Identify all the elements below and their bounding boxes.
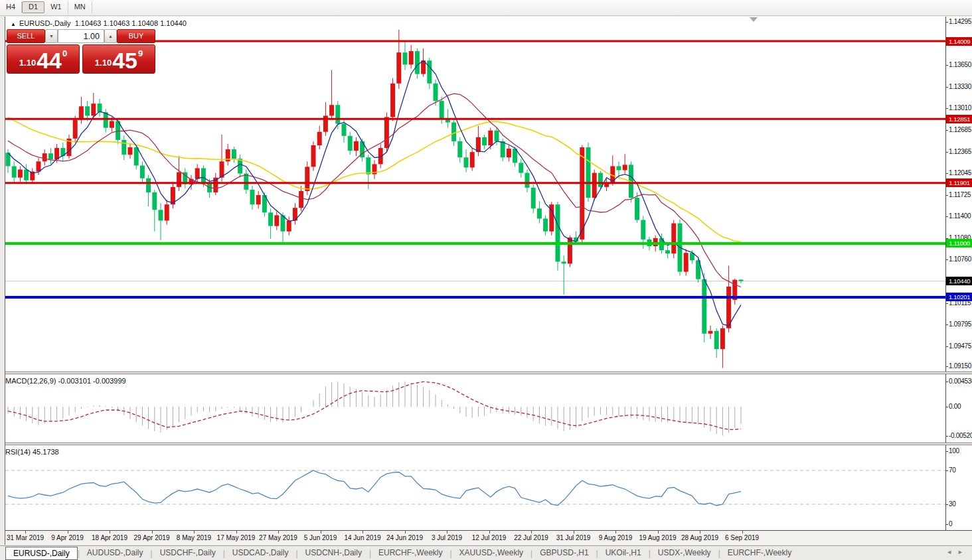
price-tick: 1.11725 xyxy=(946,191,972,199)
price-tick: 1.10760 xyxy=(946,255,972,263)
timeframe-mn-button[interactable]: MN xyxy=(68,1,92,13)
date-tick-mark xyxy=(405,531,406,533)
timeframe-toolbar: H4D1W1MN xyxy=(0,0,972,16)
candle-body xyxy=(562,261,566,263)
date-tick-mark xyxy=(278,531,279,533)
sell-price-point: 0 xyxy=(62,48,67,58)
candle-body xyxy=(739,279,744,281)
macd-tick: 0.00 xyxy=(946,403,972,411)
candle-body xyxy=(580,147,584,240)
macd-label: MACD(12,26,9) -0.003101 -0.003999 xyxy=(5,377,126,385)
macd-value-2: -0.003999 xyxy=(93,377,126,385)
candle-body xyxy=(525,173,530,188)
candle-body xyxy=(714,331,719,349)
rsi-label: RSI(14) 45.1738 xyxy=(5,448,59,456)
price-tick: 1.13010 xyxy=(946,104,972,112)
candle-body xyxy=(519,163,523,173)
rsi-tick: 70 xyxy=(946,466,972,474)
rsi-tick: 30 xyxy=(946,500,972,508)
macd-tick: -0.005205 xyxy=(946,432,972,440)
candle-body xyxy=(470,152,475,167)
rsi-panel[interactable] xyxy=(5,445,945,530)
price-tick: 1.09150 xyxy=(946,362,972,370)
macd-panel[interactable] xyxy=(5,374,945,443)
candle-body xyxy=(201,168,206,182)
candle-body xyxy=(396,52,401,84)
timeframe-w1-button[interactable]: W1 xyxy=(44,1,68,13)
price-tick: 1.09475 xyxy=(946,342,972,350)
price-level-label: 1.11000 xyxy=(946,239,972,247)
date-label: 24 Jun 2019 xyxy=(386,534,423,541)
candle-body xyxy=(287,221,291,232)
candle-body xyxy=(720,328,725,349)
candle-body xyxy=(48,153,53,159)
candle-body xyxy=(671,224,676,254)
symbol-tab-usdcad-daily[interactable]: USDCAD-,Daily xyxy=(225,547,296,560)
date-tick-mark xyxy=(152,531,153,533)
price-tick: 1.13330 xyxy=(946,83,972,91)
date-tick-mark xyxy=(658,531,659,533)
price-level-label: 1.10201 xyxy=(946,293,972,301)
candle-body xyxy=(434,84,438,101)
date-label: 3 Jul 2019 xyxy=(432,534,462,541)
candle-body xyxy=(403,52,408,64)
symbol-tab-usdchf-daily[interactable]: USDCHF-,Daily xyxy=(153,547,223,560)
date-label: 9 Aug 2019 xyxy=(599,534,633,541)
buy-button[interactable]: BUY xyxy=(117,29,155,43)
candle-body xyxy=(317,132,322,145)
candle-body xyxy=(354,141,359,151)
symbol-tab-usdcnh-daily[interactable]: USDCNH-,Daily xyxy=(298,547,369,560)
rsi-line xyxy=(8,470,741,506)
tab-scroll-right-icon[interactable]: ► xyxy=(957,549,969,555)
timeframe-h4-button[interactable]: H4 xyxy=(0,1,22,13)
date-tick-mark xyxy=(574,531,574,533)
date-tick-mark xyxy=(531,531,532,533)
buy-price-display[interactable]: 1.10 45 9 xyxy=(82,44,155,74)
symbol-tab-xauusd-weekly[interactable]: XAUUSD-,Weekly xyxy=(452,547,530,560)
candle-body xyxy=(653,238,658,246)
symbol-tab-eurusd-daily[interactable]: EURUSD-,Daily xyxy=(5,547,78,560)
candle-body xyxy=(586,147,591,198)
macd-value-1: -0.003101 xyxy=(58,377,91,385)
volume-decrease-button[interactable]: ▼ xyxy=(45,29,58,43)
date-label: 14 Jun 2019 xyxy=(344,534,380,541)
symbol-tab-eurchf-weekly[interactable]: EURCHF-,Weekly xyxy=(720,547,799,560)
symbol-tab-gbpusd-h1[interactable]: GBPUSD-,H1 xyxy=(532,547,596,560)
price-tick: 1.11400 xyxy=(946,212,972,220)
candle-body xyxy=(384,117,389,148)
candle-body xyxy=(146,178,151,192)
volume-input[interactable] xyxy=(58,29,104,43)
candle-body xyxy=(427,60,432,83)
price-tick: 1.09795 xyxy=(946,320,972,328)
sell-button[interactable]: SELL xyxy=(7,29,45,43)
rsi-axis: 10070300 xyxy=(945,445,972,530)
candle-body xyxy=(482,137,487,145)
symbol-tab-audusd-daily[interactable]: AUDUSD-,Daily xyxy=(80,547,151,560)
sell-price-display[interactable]: 1.10 44 0 xyxy=(7,44,80,74)
candle-body xyxy=(476,137,481,152)
candle-body xyxy=(305,167,309,190)
date-label: 6 Sep 2019 xyxy=(725,534,759,541)
chart-shift-marker-icon[interactable] xyxy=(750,17,758,22)
candle-body xyxy=(18,169,23,177)
symbol-tab-ukoil-h1[interactable]: UKOil-,H1 xyxy=(598,547,649,560)
date-axis: 31 Mar 20199 Apr 201918 Apr 201929 Apr 2… xyxy=(5,530,972,545)
date-label: 27 May 2019 xyxy=(259,534,297,541)
timeframe-d1-button[interactable]: D1 xyxy=(22,1,44,13)
candle-body xyxy=(543,218,548,231)
candle-body xyxy=(665,250,670,253)
candle-body xyxy=(335,105,340,123)
candle-body xyxy=(641,220,645,240)
symbol-tab-eurchf-weekly[interactable]: EURCHF-,Weekly xyxy=(371,547,449,560)
candle-body xyxy=(311,145,316,167)
candle-body xyxy=(104,112,108,127)
symbol-tab-usdx-weekly[interactable]: USDX-,Weekly xyxy=(651,547,718,560)
collapse-triangle-icon[interactable]: ▲ xyxy=(11,21,16,27)
candle-body xyxy=(464,157,469,167)
tab-scroll-left-icon[interactable]: ◄ xyxy=(946,549,957,555)
candle-body xyxy=(440,101,444,118)
candle-body xyxy=(91,104,96,115)
date-tick-mark xyxy=(489,531,490,533)
candle-body xyxy=(268,212,273,226)
volume-increase-button[interactable]: ▲ xyxy=(104,29,117,43)
